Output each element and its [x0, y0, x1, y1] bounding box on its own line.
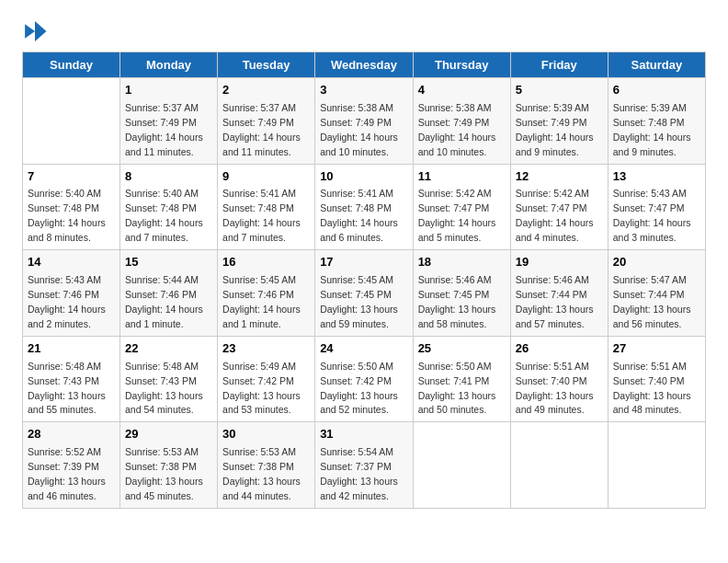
day-number: 5 [516, 82, 603, 99]
sunset-text: Sunset: 7:48 PM [125, 202, 197, 213]
day-number: 16 [222, 254, 310, 271]
calendar-cell: 29Sunrise: 5:53 AMSunset: 7:38 PMDayligh… [120, 422, 218, 509]
calendar-cell: 23Sunrise: 5:49 AMSunset: 7:42 PMDayligh… [218, 336, 315, 422]
daylight-text: Daylight: 13 hours and 58 minutes. [418, 304, 496, 329]
sunrise-text: Sunrise: 5:39 AM [613, 102, 687, 113]
sunset-text: Sunset: 7:46 PM [125, 289, 197, 300]
sunset-text: Sunset: 7:49 PM [125, 117, 197, 128]
sunset-text: Sunset: 7:37 PM [320, 461, 392, 472]
day-number: 28 [28, 426, 115, 443]
daylight-text: Daylight: 14 hours and 9 minutes. [613, 132, 691, 157]
day-header-friday: Friday [510, 52, 608, 78]
sunrise-text: Sunrise: 5:53 AM [222, 446, 296, 457]
daylight-text: Daylight: 14 hours and 2 minutes. [28, 304, 106, 329]
calendar-table: SundayMondayTuesdayWednesdayThursdayFrid… [22, 52, 706, 509]
sunrise-text: Sunrise: 5:44 AM [125, 274, 199, 285]
day-number: 18 [418, 254, 506, 271]
sunset-text: Sunset: 7:47 PM [613, 202, 685, 213]
calendar-cell: 9Sunrise: 5:41 AMSunset: 7:48 PMDaylight… [218, 164, 315, 250]
sunrise-text: Sunrise: 5:41 AM [222, 188, 296, 199]
calendar-cell: 21Sunrise: 5:48 AMSunset: 7:43 PMDayligh… [23, 336, 120, 422]
week-row-5: 28Sunrise: 5:52 AMSunset: 7:39 PMDayligh… [23, 422, 706, 509]
daylight-text: Daylight: 14 hours and 8 minutes. [28, 217, 106, 243]
sunset-text: Sunset: 7:40 PM [516, 375, 587, 386]
sunrise-text: Sunrise: 5:50 AM [320, 361, 393, 372]
calendar-cell: 10Sunrise: 5:41 AMSunset: 7:48 PMDayligh… [315, 164, 413, 250]
sunset-text: Sunset: 7:40 PM [613, 375, 685, 386]
calendar-cell: 15Sunrise: 5:44 AMSunset: 7:46 PMDayligh… [120, 250, 218, 337]
calendar-cell: 26Sunrise: 5:51 AMSunset: 7:40 PMDayligh… [510, 336, 608, 422]
day-number: 29 [125, 426, 212, 443]
sunset-text: Sunset: 7:38 PM [125, 461, 197, 472]
day-number: 22 [125, 340, 212, 358]
sunrise-text: Sunrise: 5:42 AM [418, 188, 492, 199]
day-number: 3 [320, 82, 407, 99]
sunset-text: Sunset: 7:41 PM [418, 375, 490, 386]
daylight-text: Daylight: 14 hours and 1 minute. [125, 304, 203, 329]
sunset-text: Sunset: 7:45 PM [320, 289, 392, 300]
sunrise-text: Sunrise: 5:45 AM [222, 274, 296, 285]
sunset-text: Sunset: 7:49 PM [516, 117, 587, 128]
svg-marker-0 [35, 21, 46, 41]
day-number: 13 [613, 168, 700, 186]
calendar-cell: 16Sunrise: 5:45 AMSunset: 7:46 PMDayligh… [218, 250, 315, 337]
day-number: 6 [613, 82, 700, 99]
sunrise-text: Sunrise: 5:54 AM [320, 446, 393, 457]
svg-marker-1 [25, 24, 35, 39]
sunrise-text: Sunrise: 5:42 AM [516, 188, 589, 199]
day-number: 9 [222, 168, 310, 186]
day-header-saturday: Saturday [608, 52, 705, 78]
day-header-thursday: Thursday [413, 52, 510, 78]
calendar-cell: 25Sunrise: 5:50 AMSunset: 7:41 PMDayligh… [413, 336, 510, 422]
calendar-cell: 18Sunrise: 5:46 AMSunset: 7:45 PMDayligh… [413, 250, 510, 337]
sunrise-text: Sunrise: 5:38 AM [418, 102, 492, 113]
calendar-cell: 27Sunrise: 5:51 AMSunset: 7:40 PMDayligh… [608, 336, 705, 422]
day-header-monday: Monday [120, 52, 218, 78]
daylight-text: Daylight: 13 hours and 45 minutes. [125, 476, 203, 501]
daylight-text: Daylight: 13 hours and 49 minutes. [516, 390, 594, 416]
daylight-text: Daylight: 14 hours and 11 minutes. [125, 132, 203, 157]
week-row-3: 14Sunrise: 5:43 AMSunset: 7:46 PMDayligh… [23, 250, 706, 337]
calendar-cell: 7Sunrise: 5:40 AMSunset: 7:48 PMDaylight… [23, 164, 120, 250]
sunset-text: Sunset: 7:49 PM [320, 117, 392, 128]
daylight-text: Daylight: 14 hours and 6 minutes. [320, 217, 398, 243]
sunrise-text: Sunrise: 5:43 AM [613, 188, 687, 199]
calendar-cell: 19Sunrise: 5:46 AMSunset: 7:44 PMDayligh… [510, 250, 608, 337]
header [22, 18, 706, 44]
calendar-cell: 30Sunrise: 5:53 AMSunset: 7:38 PMDayligh… [218, 422, 315, 509]
calendar-cell: 24Sunrise: 5:50 AMSunset: 7:42 PMDayligh… [315, 336, 413, 422]
sunset-text: Sunset: 7:39 PM [28, 461, 99, 472]
sunset-text: Sunset: 7:49 PM [418, 117, 490, 128]
day-number: 19 [516, 254, 603, 271]
calendar-cell: 28Sunrise: 5:52 AMSunset: 7:39 PMDayligh… [23, 422, 120, 509]
sunrise-text: Sunrise: 5:49 AM [222, 361, 296, 372]
day-number: 8 [125, 168, 212, 186]
calendar-cell: 31Sunrise: 5:54 AMSunset: 7:37 PMDayligh… [315, 422, 413, 509]
sunset-text: Sunset: 7:44 PM [613, 289, 685, 300]
sunrise-text: Sunrise: 5:51 AM [613, 361, 687, 372]
day-header-wednesday: Wednesday [315, 52, 413, 78]
daylight-text: Daylight: 14 hours and 10 minutes. [418, 132, 496, 157]
sunset-text: Sunset: 7:42 PM [222, 375, 294, 386]
sunrise-text: Sunrise: 5:48 AM [125, 361, 199, 372]
day-number: 23 [222, 340, 310, 358]
week-row-4: 21Sunrise: 5:48 AMSunset: 7:43 PMDayligh… [23, 336, 706, 422]
calendar-cell [23, 78, 120, 165]
daylight-text: Daylight: 13 hours and 50 minutes. [418, 390, 496, 416]
sunrise-text: Sunrise: 5:37 AM [125, 102, 199, 113]
calendar-cell: 17Sunrise: 5:45 AMSunset: 7:45 PMDayligh… [315, 250, 413, 337]
daylight-text: Daylight: 14 hours and 5 minutes. [418, 217, 496, 243]
sunset-text: Sunset: 7:49 PM [222, 117, 294, 128]
sunset-text: Sunset: 7:46 PM [28, 289, 99, 300]
calendar-cell: 11Sunrise: 5:42 AMSunset: 7:47 PMDayligh… [413, 164, 510, 250]
daylight-text: Daylight: 13 hours and 57 minutes. [516, 304, 594, 329]
daylight-text: Daylight: 13 hours and 53 minutes. [222, 390, 301, 416]
calendar-cell: 14Sunrise: 5:43 AMSunset: 7:46 PMDayligh… [23, 250, 120, 337]
sunrise-text: Sunrise: 5:48 AM [28, 361, 101, 372]
day-number: 15 [125, 254, 212, 271]
sunset-text: Sunset: 7:38 PM [222, 461, 294, 472]
calendar-cell: 1Sunrise: 5:37 AMSunset: 7:49 PMDaylight… [120, 78, 218, 165]
sunrise-text: Sunrise: 5:46 AM [418, 274, 492, 285]
daylight-text: Daylight: 13 hours and 59 minutes. [320, 304, 398, 329]
daylight-text: Daylight: 14 hours and 7 minutes. [125, 217, 203, 243]
